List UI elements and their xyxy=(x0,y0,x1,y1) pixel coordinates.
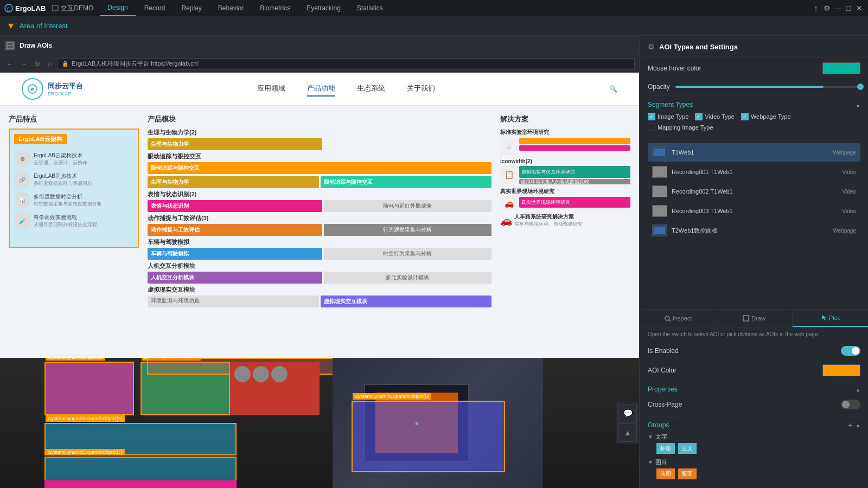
webpage-type-check[interactable]: ✓ xyxy=(741,113,749,120)
mouse-hover-color-label: Mouse hover color xyxy=(648,65,701,72)
demo-label[interactable]: 交互DEMO xyxy=(52,4,93,13)
image-type-checkbox[interactable]: ✓ Image Type xyxy=(648,113,688,120)
float-toolbar: 💬 ▲ xyxy=(616,402,639,444)
cell-multi: 多元实验设计模块 xyxy=(324,272,492,284)
wn-applications[interactable]: 应用领域 xyxy=(257,81,285,97)
tab-inspect[interactable]: Inspect xyxy=(640,310,716,327)
properties-chevron[interactable] xyxy=(856,386,860,393)
tab-pick[interactable]: Pick xyxy=(793,310,868,327)
aoi-name-rec002: Recording002 T1Web1 xyxy=(672,188,838,195)
tag-header-img[interactable]: 头图 xyxy=(656,468,675,479)
left-col: 产品特点 ErgoLAB云架构 ⚙ ErgoLAB云架构技术 云管理、云设计、云… xyxy=(9,114,139,344)
pick-info-text: Open the switch to select AOI or pick di… xyxy=(640,328,868,342)
left-item-4: 🧪 科学高效实验流程 从项目管理到分析报告全流程 xyxy=(14,210,133,231)
mapping-type-label: Mapping Image Type xyxy=(658,124,713,131)
nav-eyetracking[interactable]: Eyetracking xyxy=(299,0,348,16)
left-section-title: 产品特点 xyxy=(9,114,139,124)
solution-icon-2: 📋 xyxy=(500,166,518,183)
opacity-slider[interactable] xyxy=(675,86,860,88)
expand-icon[interactable]: ▼ xyxy=(7,21,15,31)
chat-button[interactable]: 💬 xyxy=(618,404,637,422)
nav-replay[interactable]: Replay xyxy=(174,0,209,16)
close-icon[interactable]: ✕ xyxy=(855,4,864,12)
address-input[interactable]: 🔒 ErgoLAB人机环境同步云平台 https://ergolab.cn/ xyxy=(57,58,635,70)
main-layout: Draw AOIs ← → ↻ ⌂ 🔒 ErgoLAB人机环境同步云平台 htt… xyxy=(0,36,868,488)
video-type-check[interactable]: ✓ xyxy=(695,113,703,120)
video-type-checkbox[interactable]: ✓ Video Type xyxy=(695,113,735,120)
mapping-type-check[interactable] xyxy=(648,124,655,131)
browser-content: E 同步云平台 ERGOLAB 应用领域 产品功能 生态系统 关于我们 🔍 xyxy=(0,73,639,488)
home-button[interactable]: ⌂ xyxy=(46,59,54,69)
text-group-tags: 标题 正文 xyxy=(656,443,860,454)
nav-statistics[interactable]: Statistics xyxy=(349,0,391,16)
center-col: 产品模块 生理与生物力学(2) 生理与生物力学 眼动追踪与眼控交互 眼动追踪与眼… xyxy=(148,114,492,344)
is-enabled-toggle[interactable] xyxy=(841,346,860,356)
up-arrow-button[interactable]: ▲ xyxy=(618,423,637,442)
minimize-icon[interactable]: — xyxy=(833,4,842,12)
svg-rect-16 xyxy=(743,316,749,321)
cross-page-toggle[interactable] xyxy=(841,400,860,409)
solution-icon-1: 🖥 xyxy=(500,138,518,155)
aoi-color-swatch[interactable] xyxy=(822,364,860,376)
aoi-thumb-rec001 xyxy=(652,166,667,178)
image-group-expand[interactable]: ▼ xyxy=(648,459,653,465)
image-type-check[interactable]: ✓ xyxy=(648,113,655,120)
opacity-slider-fill xyxy=(675,86,824,88)
cross-page-toggle-knob xyxy=(842,401,850,408)
cell-env: 环境监测与环境仿真 xyxy=(148,296,319,307)
wn-about[interactable]: 关于我们 xyxy=(407,81,435,97)
opacity-slider-thumb[interactable] xyxy=(857,84,864,90)
nav-design[interactable]: Design xyxy=(100,0,135,16)
tab-inspect-label: Inspect xyxy=(673,315,692,322)
svg-rect-11 xyxy=(653,206,666,216)
tag-title[interactable]: 标题 xyxy=(656,443,675,454)
aoi-obj-1-label: SystemDynamicExpando xyxy=(46,358,105,361)
aoi-obj-6[interactable]: SystemDynamicExpandoObject(6) xyxy=(352,401,505,472)
aoi-color-label: AOI Color xyxy=(648,367,676,374)
cell-behavior: 行为观察采集与分析 xyxy=(324,224,492,236)
aoi-obj-6-label: SystemDynamicExpandoObject(6) xyxy=(353,393,432,400)
solution-icon-3: 🚗 xyxy=(500,197,518,210)
refresh-button[interactable]: ↻ xyxy=(33,59,42,69)
nav-behavior[interactable]: Behavior xyxy=(210,0,251,16)
aoi-list-item-t1web1[interactable]: T1Web1 Webpage xyxy=(648,143,860,162)
nav-biometrics[interactable]: Biometrics xyxy=(252,0,298,16)
forward-button[interactable]: → xyxy=(18,59,29,69)
settings-icon[interactable]: ⚙ xyxy=(822,4,831,12)
nav-record[interactable]: Record xyxy=(137,0,173,16)
aoi-list-item-t2web1[interactable]: T2Web1数控面板 Webpage xyxy=(648,221,860,240)
lock-icon: 🔒 xyxy=(62,61,68,67)
back-button[interactable]: ← xyxy=(4,59,15,69)
aoi-obj-1[interactable]: SystemDynamicExpando xyxy=(44,362,134,415)
aoi-obj-7-label: SystemDynamicExpandoObject(7) xyxy=(46,449,125,455)
aoi-list-item-rec002[interactable]: Recording002 T1Web1 Video xyxy=(648,182,860,201)
aoi-obj-7[interactable]: SystemDynamicExpandoObject(7) xyxy=(44,457,236,483)
webpage-brand: 同步云平台 ERGOLAB xyxy=(48,81,83,97)
groups-chevron[interactable] xyxy=(856,421,860,429)
mouse-hover-color-swatch[interactable] xyxy=(822,62,860,74)
wn-ecosystem[interactable]: 生态系统 xyxy=(357,81,385,97)
maximize-icon[interactable]: □ xyxy=(844,4,853,12)
svg-point-14 xyxy=(665,316,669,320)
mapping-type-checkbox[interactable]: Mapping Image Type xyxy=(648,124,713,131)
tag-accompany-img[interactable]: 配图 xyxy=(678,468,697,479)
segment-types-title: Segment Types xyxy=(648,101,860,108)
group-label-image: 图片 xyxy=(655,458,667,466)
aoi-list-item-rec003[interactable]: Recording003 T1Web1 Video xyxy=(648,202,860,220)
aoi-thumb-t2web1 xyxy=(652,224,667,236)
segment-types-chevron[interactable] xyxy=(856,101,860,108)
cell-hci: 人机交互分析模块 xyxy=(148,272,322,284)
wn-products[interactable]: 产品功能 xyxy=(307,81,335,97)
tab-draw[interactable]: Draw xyxy=(716,310,792,327)
webpage-type-checkbox[interactable]: ✓ Webpage Type xyxy=(741,113,791,120)
upload-icon[interactable]: ↑ xyxy=(812,4,820,12)
svg-rect-13 xyxy=(654,227,665,234)
cell-drive: 车辆与驾驶模拟 xyxy=(148,248,322,260)
add-group-button[interactable]: + xyxy=(848,421,852,429)
aoi-name-t1web1: T1Web1 xyxy=(672,149,828,156)
text-group-expand[interactable]: ▼ xyxy=(648,434,653,440)
cell-vr: 虚拟现实交互模块 xyxy=(321,296,492,307)
tag-body[interactable]: 正文 xyxy=(678,443,697,454)
webpage-search-icon[interactable]: 🔍 xyxy=(609,85,617,93)
aoi-list-item-rec001[interactable]: Recording001 T1Web1 Video xyxy=(648,163,860,181)
